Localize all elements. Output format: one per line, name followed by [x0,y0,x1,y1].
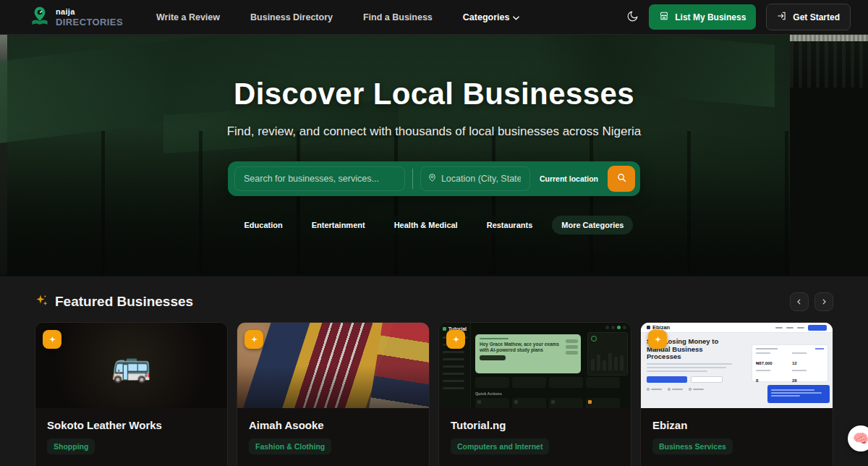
hero-content: Discover Local Businesses Find, review, … [0,35,868,276]
business-category-badge: Computers and Internet [451,439,549,454]
mock-stat-tile [586,377,620,388]
moon-icon [626,10,639,25]
mock-notification-toast [767,385,830,403]
mock-nav-link [775,327,783,329]
mock-hero-eyebrow [480,338,509,339]
location-field[interactable] [420,166,530,191]
business-image: 🚌 [35,323,227,408]
mock-navbar: Ebizan [641,323,833,333]
featured-cards: 🚌 Sokoto Leather Works Shopping [35,322,833,466]
mock-topbar-dot [605,326,609,329]
location-input[interactable] [441,174,521,184]
mock-action-tile [475,398,509,408]
business-card-aimah-asooke[interactable]: Aimah Asooke Fashion & Clothing [237,322,430,466]
mock-nav-link [786,327,793,329]
get-started-button[interactable]: Get Started [766,4,851,30]
mock-primary-button [647,376,687,383]
mock-tag [566,351,578,355]
business-image-app-screenshot: Tutorial [439,323,631,408]
mock-paragraph-line [647,370,707,372]
hero-subtitle: Find, review, and connect with thousands… [227,124,642,139]
carousel-next-button[interactable] [814,292,833,311]
image-shade-overlay [237,323,429,408]
business-card-sokoto-leather-works[interactable]: 🚌 Sokoto Leather Works Shopping [35,322,228,466]
business-image-website-screenshot: Ebizan Stop Losing Money to Manual Busin… [641,323,833,408]
location-pin-icon [427,172,437,185]
category-pill-restaurants[interactable]: Restaurants [477,216,542,234]
nav-categories-label: Categories [463,12,510,22]
mock-bullet [668,388,683,391]
featured-title: Featured Businesses [55,294,193,310]
nav-find-a-business[interactable]: Find a Business [363,12,433,22]
featured-badge [648,330,667,349]
login-arrow-icon [777,11,787,23]
mock-paragraph-line [647,363,732,365]
nav-actions: List My Business Get Started [626,4,851,30]
mock-hero-cta-button [480,355,506,360]
chevron-down-icon [513,12,519,22]
mock-bar-chart [591,352,624,370]
business-search-input[interactable] [234,166,405,191]
mock-hero-area: Stop Losing Money to Manual Business Pro… [641,333,833,408]
mock-secondary-button [691,376,723,383]
site-logo[interactable]: naija DIRECTORIES [29,5,123,30]
mock-hero-panel: Hey Grace Mathew, ace your exams with AI… [475,334,581,373]
mock-menu-item [443,373,464,375]
category-pill-health-medical[interactable]: Health & Medical [385,216,467,234]
search-submit-button[interactable] [608,166,635,192]
category-pill-entertainment[interactable]: Entertainment [302,216,375,234]
featured-businesses-section: Featured Businesses 🚌 [0,276,868,466]
mock-topbar-dot [623,326,626,329]
search-divider [412,169,413,189]
mock-action-tile [549,398,583,408]
mock-menu-item [443,358,464,360]
theme-toggle-button[interactable] [626,10,639,25]
logo-line2: DIRECTORIES [56,17,123,27]
mock-metric: 8 [756,370,788,385]
mock-menu-item [443,387,464,389]
mock-overview-grid: ₦87,000 12 8 28 [756,352,824,385]
card-body: Aimah Asooke Fashion & Clothing [237,408,429,454]
mock-logo-icon [443,327,446,331]
mock-paragraph-line [647,367,726,368]
logo-map-pin-book-icon [29,5,51,30]
mock-topbar-dot [617,326,621,329]
mock-metric-value: 28 [792,378,797,383]
nav-categories[interactable]: Categories [463,12,520,22]
category-quick-links: Education Entertainment Health & Medical… [235,216,634,234]
mock-stat-tile [512,377,546,388]
mock-quick-action-tiles [475,398,626,408]
carousel-prev-button[interactable] [790,292,809,311]
current-location-button[interactable]: Current location [540,174,598,183]
logo-line1: naija [56,8,123,16]
business-card-ebizan[interactable]: Ebizan Stop Losing Money to Manual Busin… [640,322,833,466]
mock-topbar-dot [611,326,615,329]
category-pill-education[interactable]: Education [235,216,292,234]
ai-assistant-fab[interactable]: 🧠 [848,425,868,452]
list-my-business-button[interactable]: List My Business [649,4,756,30]
mock-hero-tags [566,339,578,355]
featured-title-wrap: Featured Businesses [35,294,193,310]
mock-stat-tile [549,377,583,388]
nav-links: Write a Review Business Directory Find a… [156,12,519,22]
mock-metric-value: 12 [792,361,797,365]
hero-section: Discover Local Businesses Find, review, … [0,35,868,276]
mock-menu-item [443,365,464,368]
mock-metric: 28 [792,370,824,385]
category-pill-more-categories[interactable]: More Categories [552,216,633,234]
business-category-badge: Business Services [652,439,733,454]
nav-business-directory[interactable]: Business Directory [250,12,333,22]
mock-topbar-icons [605,326,626,329]
logo-text: naija DIRECTORIES [56,8,123,27]
mock-bullet [689,388,704,391]
business-name: Ebizan [652,419,821,431]
featured-badge [43,330,61,349]
mock-nav-cta [808,325,827,331]
mock-logo-icon [647,326,650,329]
mock-main-area: Hey Grace Mathew, ace your exams with AI… [471,323,631,408]
mock-overview-header [756,348,824,350]
sparkles-icon [35,294,48,310]
business-card-tutorial-ng[interactable]: Tutorial [438,322,631,466]
chevron-right-icon [820,297,827,308]
nav-write-a-review[interactable]: Write a Review [156,12,220,22]
